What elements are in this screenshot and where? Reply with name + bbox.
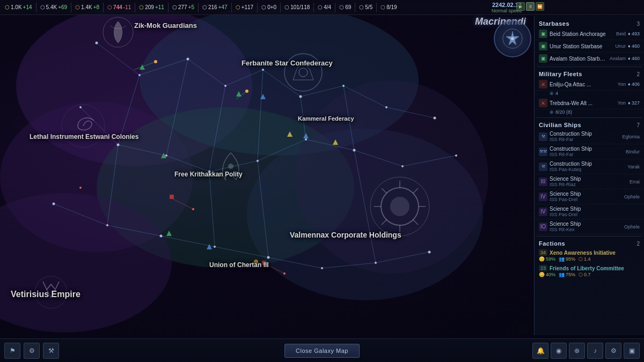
construction-ship-name-3: ISS Pas-Kuteq [550, 167, 625, 172]
starbase-row-avalam[interactable]: ▣ Avalam Station Starbase Avalam ♦ 460 [535, 53, 644, 65]
svg-line-89 [382, 188, 386, 193]
science-ship-type-1: Science Ship [550, 176, 627, 182]
fast-forward-button[interactable]: ⏩ [536, 2, 544, 11]
ship-row-science-4[interactable]: IO Science Ship ISS Rit-Kex Ophele [535, 219, 644, 234]
starbase-icon-beid: ▣ [539, 29, 547, 38]
fleet-value-enilju: ♦ 406 [628, 82, 640, 87]
svg-line-25 [161, 236, 215, 247]
svg-marker-104 [333, 139, 338, 145]
ship-row-science-1[interactable]: III Science Ship ISS Rit-Riaz Errai [535, 174, 644, 189]
science-ship-icon-4: IO [539, 223, 547, 231]
minerals-delta: +69 [58, 4, 67, 10]
svg-point-55 [165, 154, 167, 157]
svg-marker-98 [140, 64, 145, 70]
construction-ship-type-1: Construction Ship [550, 131, 620, 137]
svg-point-102 [254, 260, 258, 264]
stations-value: 5/5 [365, 4, 372, 10]
svg-point-2 [0, 102, 193, 252]
svg-point-62 [53, 203, 55, 205]
starbases-section-header[interactable]: Starbases 3 [535, 18, 644, 28]
construction-ship-icon-2: ⚒⚒ [539, 147, 547, 156]
settings-button[interactable]: ⚙ [605, 343, 621, 359]
svg-point-61 [455, 154, 457, 157]
resource-food: ⬡ 1.4K +8 [72, 4, 102, 10]
svg-line-38 [258, 161, 268, 257]
map-mode-button[interactable]: ⊕ [569, 343, 585, 359]
fleet-location-trebdna: Yon [618, 100, 626, 106]
camera-button[interactable]: ◉ [551, 343, 567, 359]
ship-row-construction-1[interactable]: ⚒ Construction Ship ISS Rit-Far Eglomia [535, 129, 644, 144]
science-ship-location-4: Ophele [624, 224, 640, 230]
svg-line-21 [354, 150, 402, 166]
resource-minerals: ⬡ 5.4K +69 [38, 4, 70, 10]
play-button[interactable]: ▶ [516, 2, 525, 11]
svg-point-63 [106, 224, 108, 226]
svg-marker-97 [207, 244, 212, 249]
fleet-row-enilju[interactable]: ⚔ Enilju-Qa Attac ... Yon ♦ 406 [535, 78, 644, 91]
svg-line-33 [258, 70, 263, 161]
energy-delta: +14 [23, 4, 32, 10]
faction-name-liberty: Friends of Liberty Committee [550, 265, 624, 271]
construction-ship-location-2: Bindur [626, 149, 640, 154]
empire-label-zik-mok: Zik-Mok Guardians [134, 21, 197, 29]
svg-line-12 [301, 86, 343, 97]
music-button[interactable]: ♪ [587, 343, 603, 359]
faction-stats-liberty: 😊40% 👥75% ⬡0.7 [539, 272, 640, 277]
svg-rect-93 [170, 195, 174, 199]
resource-alloys: ⬡ 744 -11 [105, 4, 134, 10]
flag-button[interactable]: ⚑ [4, 343, 20, 359]
svg-point-49 [299, 95, 302, 98]
resource-unity: ⬡ 216 +47 [200, 4, 230, 10]
tech-button[interactable]: ⚙ [24, 343, 40, 359]
svg-point-73 [192, 208, 194, 210]
svg-marker-103 [287, 131, 292, 137]
svg-point-67 [321, 267, 323, 269]
svg-point-45 [138, 74, 141, 76]
fleet-row-trebdna[interactable]: ⚔ Trebdna-We Alt ... Yon ♦ 327 [535, 97, 644, 109]
ship-row-construction-3[interactable]: ⚒ Construction Ship ISS Pas-Kuteq Yarak [535, 159, 644, 174]
starbase-icon-unur: ▣ [539, 42, 547, 50]
civilian-ships-section-header[interactable]: Civilian Ships 7 [535, 120, 644, 129]
ship-row-science-2[interactable]: IV Science Ship ISS Pas-Drel Ophele [535, 189, 644, 204]
factions-count: 2 [636, 241, 640, 247]
science-ship-type-3: Science Ship [550, 206, 638, 212]
close-galaxy-map-button[interactable]: Close Galaxy Map [284, 344, 360, 358]
svg-point-92 [228, 164, 233, 169]
faction-row-liberty[interactable]: 23 Friends of Liberty Committee 😊40% 👥75… [535, 263, 644, 279]
svg-marker-96 [260, 94, 266, 99]
svg-line-35 [343, 86, 354, 150]
resource-influence: ⬡ +117 [233, 4, 257, 10]
faction-row-xeno[interactable]: 34 Xeno Awareness Initiative 😊59% 👥95% ⬡… [535, 248, 644, 263]
svg-line-23 [54, 204, 107, 225]
ship-row-construction-2[interactable]: ⚒⚒ Construction Ship ISS Rit-Far Bindur [535, 144, 644, 159]
starbase-name-beid: Beid Station Anchorage [550, 31, 614, 37]
svg-line-22 [402, 156, 456, 166]
starbase-row-beid[interactable]: ▣ Beid Station Anchorage Beid ♦ 493 [535, 28, 644, 40]
menu-button[interactable]: ▣ [624, 343, 640, 359]
build-button[interactable]: ⚒ [43, 343, 59, 359]
svg-line-43 [236, 91, 247, 99]
notifications-button[interactable]: 🔔 [532, 343, 548, 359]
svg-line-87 [382, 220, 386, 225]
construction-ship-name-1: ISS Rit-Far [550, 137, 620, 142]
factions-section-header[interactable]: Factions 2 [535, 238, 644, 248]
military-fleets-section-header[interactable]: Military Fleets 2 [535, 69, 644, 78]
svg-point-80 [370, 177, 429, 236]
empire-label-vetirisius: Vetirisius Empire [11, 290, 80, 299]
empire-logo[interactable] [494, 20, 531, 57]
pause-button[interactable]: ⏸ [526, 2, 535, 11]
ship-row-science-3[interactable]: IV Science Ship ISS Pas-Drel [535, 204, 644, 219]
ships-value: 8/19 [386, 4, 397, 10]
starbase-row-unur[interactable]: ▣ Unur Station Starbase Unur ♦ 460 [535, 40, 644, 53]
svg-line-83 [413, 188, 418, 193]
resource-consumer: ⬡ 209 +11 [136, 4, 167, 10]
svg-line-19 [258, 139, 306, 161]
fleet-icon-trebdna: ⚔ [539, 99, 547, 107]
svg-point-59 [353, 149, 356, 152]
svg-line-14 [386, 107, 435, 118]
svg-point-79 [62, 105, 105, 147]
svg-line-26 [215, 247, 268, 257]
svg-point-68 [375, 262, 377, 264]
svg-point-69 [428, 251, 431, 254]
svg-rect-94 [262, 261, 266, 265]
